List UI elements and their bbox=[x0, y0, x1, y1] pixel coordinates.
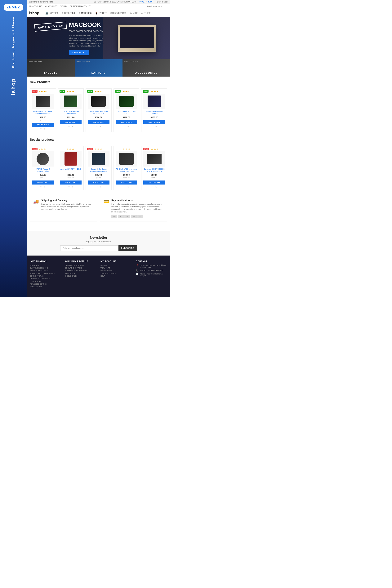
add-to-cart-button-2[interactable]: ADD TO CART bbox=[60, 120, 82, 124]
newsletter-email-input[interactable] bbox=[60, 246, 118, 251]
create-account-link[interactable]: CREATE AN ACCOUNT bbox=[70, 5, 90, 8]
footer-signin-link[interactable]: SIGN IN bbox=[100, 264, 132, 266]
welcome-message: Welcome to our online store! bbox=[29, 1, 54, 3]
special-compare-1[interactable]: ⊞ bbox=[44, 186, 45, 188]
wishlist-icon-4[interactable]: ♡ bbox=[124, 125, 126, 128]
footer-newsletter-link[interactable]: NEWSLETTER bbox=[30, 286, 62, 288]
compare-icon-4[interactable]: ⊞ bbox=[128, 125, 129, 128]
search-input[interactable] bbox=[145, 4, 168, 8]
cat-tablets-sublabel: New arrivals bbox=[29, 61, 42, 62]
special-wishlist-2[interactable]: ♡ bbox=[68, 186, 70, 188]
special-add-cart-4[interactable]: ADD TO CART bbox=[116, 180, 138, 184]
nav-keyboards[interactable]: ⌨ KEYBOARDS bbox=[109, 11, 128, 15]
other-icon: ⊕ bbox=[141, 12, 143, 14]
footer-group-link[interactable]: GROUP SALES bbox=[65, 275, 97, 277]
store-logo[interactable]: ishop bbox=[29, 11, 39, 15]
nav-mice[interactable]: 🖱 MICE bbox=[128, 11, 139, 15]
compare-icon-2[interactable]: ⊞ bbox=[72, 125, 73, 128]
footer-template-link[interactable]: TEMPLATE SETTINGS bbox=[30, 270, 62, 272]
special-compare-5[interactable]: ⊞ bbox=[156, 186, 157, 188]
wishlist-icon-2[interactable]: ♡ bbox=[68, 125, 70, 128]
footer-orders-link[interactable]: ORDERS AND RETURNS bbox=[30, 278, 62, 280]
footer-secure-link[interactable]: SECURE SHOPPING bbox=[65, 267, 97, 269]
search-mini bbox=[145, 4, 168, 8]
nav-desktops[interactable]: 🖥 DESKTOPS bbox=[60, 11, 76, 15]
special-name-2: Asus MAXIMUS VII HERO bbox=[60, 168, 82, 173]
cat-banner-accessories[interactable]: New arrivals ACCESSORIES bbox=[122, 59, 170, 76]
special-price-5: $89.00 bbox=[143, 174, 165, 176]
sign-in-link[interactable]: SIGN IN bbox=[60, 5, 67, 8]
cat-banner-laptops[interactable]: New arrivals LAPTOPS bbox=[75, 59, 122, 76]
new-products-title: New Products bbox=[30, 80, 167, 85]
add-to-cart-button-1[interactable]: ADD TO CART bbox=[32, 123, 54, 127]
nav-tablets-label: TABLETS bbox=[98, 12, 107, 14]
my-account-link[interactable]: MY ACCOUNT bbox=[29, 5, 42, 8]
footer-viewcart-link[interactable]: VIEW CART bbox=[100, 267, 132, 269]
product-name-1: Samsung 850 EVO 500GB SATA III Internal … bbox=[32, 110, 54, 115]
footer-contact-link[interactable]: CONTACT US bbox=[30, 280, 62, 282]
add-to-cart-button-4[interactable]: ADD TO CART bbox=[116, 120, 138, 124]
special-wishlist-5[interactable]: ♡ bbox=[152, 186, 154, 188]
footer-whybuy-title: WHY BUY FROM US bbox=[65, 260, 97, 262]
nav-desktops-label: DESKTOPS bbox=[64, 12, 75, 14]
product-actions-1: ♡ ⊞ bbox=[32, 128, 54, 130]
shop-now-button[interactable]: SHOP NOW! bbox=[69, 50, 89, 55]
new-product-4: NEW ★★★★☆ EVGA GeForce GTX-980 ACX-2 $11… bbox=[114, 88, 140, 132]
special-actions-5: ♡ ⊞ bbox=[143, 186, 165, 188]
top-bar-right: 28 Jackson Blvd Ste 1020 Chicago IL 6060… bbox=[94, 1, 168, 3]
footer-about-link[interactable]: ABOUT US bbox=[30, 264, 62, 266]
special-wishlist-3[interactable]: ♡ bbox=[96, 186, 98, 188]
footer-privacy-link[interactable]: PRIVACY AND COOKIE POLICY bbox=[30, 272, 62, 274]
wishlist-link[interactable]: MY WISH LIST bbox=[44, 5, 58, 8]
newsletter-title: Newsletter bbox=[30, 236, 167, 240]
wishlist-icon-5[interactable]: ♡ bbox=[152, 125, 154, 128]
product-img-shape-1 bbox=[36, 96, 50, 106]
product-img-shape-2 bbox=[64, 96, 77, 107]
footer-search-link[interactable]: SEARCH TERMS bbox=[30, 275, 62, 277]
product-actions-3: ♡ ⊞ bbox=[88, 125, 110, 128]
account-bar: MY ACCOUNT MY WISH LIST SIGN IN CREATE A… bbox=[27, 4, 170, 10]
special-compare-3[interactable]: ⊞ bbox=[100, 186, 101, 188]
nav-other[interactable]: ⊕ OTHER bbox=[140, 11, 152, 15]
footer-customer-link[interactable]: CUSTOMER SERVICE bbox=[30, 267, 62, 269]
special-compare-2[interactable]: ⊞ bbox=[72, 186, 73, 188]
special-wishlist-4[interactable]: ♡ bbox=[124, 186, 126, 188]
footer-wishlist-link[interactable]: MY WISH LIST bbox=[100, 270, 132, 272]
tablet-icon: 📱 bbox=[95, 12, 98, 14]
nav-laptops[interactable]: 💻 LAPTOPS bbox=[44, 11, 59, 15]
special-img-shape-5 bbox=[147, 154, 162, 164]
special-add-cart-5[interactable]: ADD TO CART bbox=[143, 180, 165, 184]
newsletter-section: Newsletter Sign Up for Our Newsletter: S… bbox=[27, 231, 170, 256]
special-compare-4[interactable]: ⊞ bbox=[128, 186, 129, 188]
add-to-cart-button-3[interactable]: ADD TO CART bbox=[88, 120, 110, 124]
special-wishlist-1[interactable]: ♡ bbox=[40, 186, 42, 188]
laptop-icon: 💻 bbox=[45, 12, 48, 14]
nav-keyboards-label: KEYBOARDS bbox=[114, 12, 126, 14]
compare-icon-5[interactable]: ⊞ bbox=[156, 125, 157, 128]
shipping-content: Shipping and Delivery Here you can read … bbox=[41, 199, 94, 211]
cat-banner-tablets[interactable]: New arrivals TABLETS bbox=[27, 59, 75, 76]
special-add-cart-1[interactable]: ADD TO CART bbox=[32, 180, 54, 184]
special-add-cart-3[interactable]: ADD TO CART bbox=[88, 180, 110, 184]
footer-affiliates-link[interactable]: AFFILIATES bbox=[65, 272, 97, 274]
nav-monitors[interactable]: 🖥 MONITORS bbox=[77, 11, 93, 15]
special-actions-2: ♡ ⊞ bbox=[60, 186, 82, 188]
nav-tablets[interactable]: 📱 TABLETS bbox=[94, 11, 108, 15]
add-to-cart-button-5[interactable]: ADD TO CART bbox=[143, 120, 165, 124]
footer-advanced-link[interactable]: ADVANCED SEARCH bbox=[30, 283, 62, 285]
compare-icon-3[interactable]: ⊞ bbox=[100, 125, 101, 128]
special-price-old-1: $56.00 bbox=[32, 177, 54, 179]
mouse-icon: 🖱 bbox=[130, 12, 132, 14]
wishlist-icon-1[interactable]: ♡ bbox=[40, 128, 42, 130]
footer-trackorder-link[interactable]: TRACK MY ORDER bbox=[100, 272, 132, 274]
footer-shipping-link[interactable]: SHIPPING & RETURNS bbox=[65, 264, 97, 266]
newsletter-subscribe-button[interactable]: SUBSCRIBE bbox=[118, 246, 137, 251]
header-nav: ishop 💻 LAPTOPS 🖥 DESKTOPS 🖥 MONITORS 📱 … bbox=[27, 10, 170, 17]
compare-icon-1[interactable]: ⊞ bbox=[44, 128, 45, 130]
wishlist-icon-3[interactable]: ♡ bbox=[96, 125, 98, 128]
footer-help-link[interactable]: HELP bbox=[100, 275, 132, 277]
special-add-cart-2[interactable]: ADD TO CART bbox=[60, 180, 82, 184]
special-product-4: ★★★★★ WD Black 1TB Performance Desktop H… bbox=[114, 146, 140, 190]
macbook-screen bbox=[120, 27, 154, 48]
footer-intl-link[interactable]: INTERNATIONAL SHIPPING bbox=[65, 270, 97, 272]
